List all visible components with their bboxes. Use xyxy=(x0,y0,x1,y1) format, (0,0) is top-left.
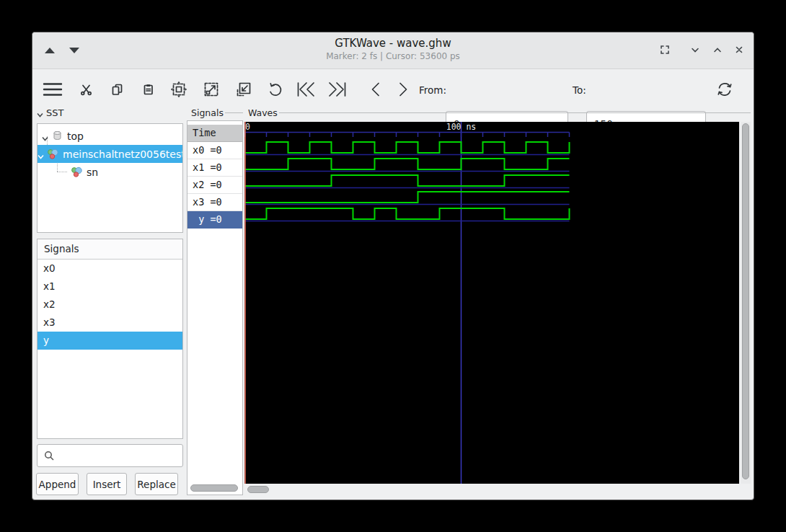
wave-canvas[interactable]: 0100 ns xyxy=(244,122,739,484)
fast-backward-icon[interactable] xyxy=(294,78,317,101)
minimize-icon[interactable] xyxy=(687,42,703,58)
facility-item-x2[interactable]: x2 xyxy=(37,296,182,314)
facility-item-x3[interactable]: x3 xyxy=(37,314,182,332)
menu-icon[interactable] xyxy=(41,78,64,101)
tree-item-meinschaltnetz[interactable]: meinschaltnetz0056testb xyxy=(37,145,182,163)
facility-item-y[interactable]: y xyxy=(37,332,182,350)
sst-section-header[interactable]: SST xyxy=(37,107,63,118)
toolbar: From: To: xyxy=(32,68,754,109)
facility-item-x0[interactable]: x0 xyxy=(37,260,182,278)
gtkwave-window: GTKWave - wave.ghw Marker: 2 fs | Cursor… xyxy=(32,32,754,500)
frame-line xyxy=(276,112,751,113)
trace-row-x0[interactable]: x0 =0 xyxy=(187,142,242,159)
step-back-icon[interactable] xyxy=(364,78,387,101)
chevron-down-icon xyxy=(37,110,43,116)
titlebar[interactable]: GTKWave - wave.ghw Marker: 2 fs | Cursor… xyxy=(32,32,754,69)
fit-window-icon[interactable] xyxy=(657,42,673,58)
undo-icon[interactable] xyxy=(264,78,287,101)
fast-forward-icon[interactable] xyxy=(326,78,349,101)
module-spheres-icon xyxy=(71,166,83,178)
svg-text:0: 0 xyxy=(245,122,250,132)
close-icon[interactable] xyxy=(731,42,747,58)
chevron-down-icon[interactable] xyxy=(42,133,48,139)
paste-icon[interactable] xyxy=(136,78,159,101)
trace-row-x2[interactable]: x2 =0 xyxy=(187,177,242,194)
module-spheres-icon xyxy=(47,148,59,160)
facilities-header: Signals xyxy=(37,239,182,260)
trace-row-x3[interactable]: x3 =0 xyxy=(187,194,242,211)
wave-hscrollbar-thumb[interactable] xyxy=(247,486,269,493)
sst-tree-panel: top meinschaltnetz0056testb sn xyxy=(37,123,183,233)
insert-button[interactable]: Insert xyxy=(87,473,127,495)
search-icon xyxy=(43,450,55,461)
time-header: Time xyxy=(187,125,242,142)
window-title: GTKWave - wave.ghw xyxy=(32,37,754,50)
zoom-in-icon[interactable] xyxy=(200,78,223,101)
maximize-icon[interactable] xyxy=(710,42,725,58)
wave-vscrollbar-thumb[interactable] xyxy=(742,123,749,479)
tree-item-label: top xyxy=(67,130,84,142)
to-label: To: xyxy=(573,84,586,96)
wave-vscrollbar-track[interactable] xyxy=(741,122,751,484)
tree-item-label: meinschaltnetz0056testb xyxy=(63,148,183,160)
from-label: From: xyxy=(419,84,446,96)
traces-frame-label: Signals xyxy=(190,107,225,118)
trace-row-y[interactable]: y =0 xyxy=(187,211,242,229)
reload-icon[interactable] xyxy=(713,78,736,101)
step-forward-icon[interactable] xyxy=(392,78,415,101)
tree-item-label: sn xyxy=(87,167,98,178)
sst-label: SST xyxy=(46,107,63,118)
cut-icon[interactable] xyxy=(74,78,97,101)
signal-search-box[interactable] xyxy=(37,444,183,467)
marker-cursor-status: Marker: 2 fs | Cursor: 53600 ps xyxy=(32,51,754,61)
replace-button[interactable]: Replace xyxy=(135,473,178,495)
zoom-fit-icon[interactable] xyxy=(167,78,190,101)
trace-name-panel: Time x0 =0 x1 =0 x2 =0 x3 =0 y =0 xyxy=(187,120,243,495)
svg-text:100 ns: 100 ns xyxy=(446,122,477,132)
zoom-out-icon[interactable] xyxy=(232,78,255,101)
copy-icon[interactable] xyxy=(105,78,128,101)
waves-frame-label: Waves xyxy=(247,107,279,118)
tree-item-sn[interactable]: sn xyxy=(37,163,182,181)
trace-panel-hscrollbar[interactable] xyxy=(190,484,238,492)
archive-icon xyxy=(51,130,63,142)
chevron-down-icon[interactable] xyxy=(37,151,44,157)
tree-item-top[interactable]: top xyxy=(37,127,182,145)
facilities-panel: Signals x0 x1 x2 x3 y xyxy=(37,239,183,439)
append-button[interactable]: Append xyxy=(36,473,79,495)
facility-item-x1[interactable]: x1 xyxy=(37,278,182,296)
trace-row-x1[interactable]: x1 =0 xyxy=(187,159,242,177)
